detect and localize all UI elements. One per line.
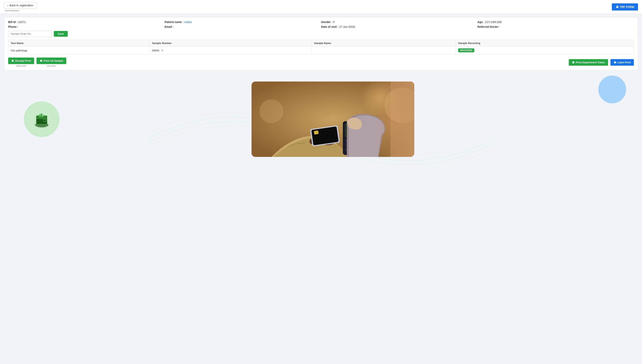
patient-name-label: Patient name — [165, 20, 182, 24]
wallet-icon — [33, 110, 51, 128]
printer-icon: 🖶 — [40, 59, 42, 62]
label-print-button[interactable]: 🖶 Label Print — [610, 59, 634, 66]
sample-number-cell: 00649 ✎ — [149, 46, 311, 54]
bill-id-value: 10371 — [18, 20, 26, 24]
printer-icon: 🖶 — [614, 61, 616, 64]
date-of-visit-value: 17-Jun-2024; — [339, 25, 356, 28]
received-badge: RECEIVED — [458, 48, 474, 52]
col-test-name: Test Name — [8, 40, 150, 46]
receipt-print-button[interactable]: 🖶 Receipt Print — [8, 58, 34, 64]
svg-point-50 — [352, 124, 354, 125]
image-bg-blur — [375, 82, 414, 157]
email-field: Email : — [165, 25, 321, 28]
print-all-shortcut: ctrl+enter — [47, 65, 56, 67]
referred-doctor-field: Referred Docter : — [477, 25, 634, 28]
top-panel: ‹ Back to registration ctrl+backspace 🖶 … — [0, 0, 642, 14]
referred-doctor-label: Referred Docter — [477, 25, 498, 28]
bottom-left-buttons: 🖶 Receipt Print shift+enter 🖶 Print All … — [8, 58, 66, 67]
patient-name-value: subita — [184, 20, 192, 24]
svg-rect-8 — [41, 114, 42, 116]
back-button-wrap: ‹ Back to registration ctrl+backspace — [4, 2, 37, 12]
print-all-sample-button[interactable]: 🖶 Print All Sample — [37, 58, 66, 64]
gender-value: F — [333, 20, 335, 24]
printer-icon: 🖶 — [616, 5, 618, 8]
decorative-green-circle — [24, 101, 60, 137]
trf-form-label: TRF FORM — [620, 5, 634, 8]
label-print-label: Label Print — [617, 61, 631, 64]
printer-icon: 🖶 — [11, 59, 14, 62]
decorative-blue-circle — [598, 76, 626, 103]
svg-rect-24 — [314, 130, 318, 135]
edit-icon[interactable]: ✎ — [161, 49, 163, 52]
sample-name-cell — [311, 46, 456, 54]
email-label: Email — [165, 25, 172, 28]
print-department-token-button[interactable]: 🖶 Print Department Token — [569, 59, 608, 66]
save-label: Save — [58, 32, 64, 35]
gender-label: Gender — [321, 20, 331, 24]
patient-name-field: Patient name : subita — [165, 20, 321, 24]
printer-icon: 🖶 — [572, 61, 574, 64]
bottom-buttons-row: 🖶 Receipt Print shift+enter 🖶 Print All … — [8, 58, 634, 67]
print-all-sample-wrap: 🖶 Print All Sample ctrl+enter — [37, 58, 66, 67]
main-card: Bill Id : 10371 Patient name : subita Ge… — [4, 17, 638, 70]
phone-label: Phone — [8, 25, 17, 28]
lower-decorative-section: PAYMENT TERMINAL 1 2 3 4 5 6 * — [0, 74, 642, 165]
phone-field: Phone : — [8, 25, 165, 28]
bill-id-field: Bill Id : 10371 — [8, 20, 165, 24]
age-field: Age : 21Y:10M:20D — [477, 20, 634, 24]
back-button-label: Back to registration — [10, 4, 33, 7]
age-value: 21Y:10M:20D — [485, 20, 502, 24]
trf-form-button[interactable]: 🖶 TRF FORM — [612, 3, 638, 10]
svg-point-5 — [44, 119, 46, 122]
col-sample-number: Sample Number — [149, 40, 311, 46]
table-row: Cbc pathology 00649 ✎ RECEIVED — [8, 46, 634, 54]
save-button[interactable]: Save — [54, 31, 68, 37]
test-name-cell: Cbc pathology — [8, 46, 150, 54]
date-of-visit-label: Date of visit — [321, 25, 337, 28]
receipt-print-label: Receipt Print — [15, 59, 31, 62]
back-to-registration-button[interactable]: ‹ Back to registration — [4, 2, 37, 9]
sample-order-input[interactable] — [8, 31, 52, 37]
print-all-sample-label: Print All Sample — [44, 59, 63, 62]
receipt-print-wrap: 🖶 Receipt Print shift+enter — [8, 58, 34, 67]
age-label: Age — [477, 20, 483, 24]
sample-table: Test Name Sample Number Sample Name Samp… — [8, 40, 634, 54]
col-sample-name: Sample Name — [311, 40, 456, 46]
col-sample-receiving: Sample Receiving — [456, 40, 634, 46]
receipt-print-shortcut: shift+enter — [16, 65, 27, 67]
date-of-visit-field: Date of visit : 17-Jun-2024; — [321, 25, 477, 28]
bottom-right-buttons: 🖶 Print Department Token 🖶 Label Print — [569, 59, 634, 66]
sample-receiving-cell: RECEIVED — [456, 46, 634, 54]
chevron-left-icon: ‹ — [7, 4, 8, 7]
gender-field: Gender : F — [321, 20, 477, 24]
back-shortcut-hint: ctrl+backspace — [5, 9, 20, 12]
patient-info-section: Bill Id : 10371 Patient name : subita Ge… — [8, 20, 634, 28]
payment-image: PAYMENT TERMINAL 1 2 3 4 5 6 * — [251, 82, 414, 157]
sample-order-row: Save — [8, 31, 634, 37]
bill-id-label: Bill Id — [8, 20, 16, 24]
print-department-token-label: Print Department Token — [576, 61, 605, 64]
svg-point-12 — [259, 100, 283, 123]
